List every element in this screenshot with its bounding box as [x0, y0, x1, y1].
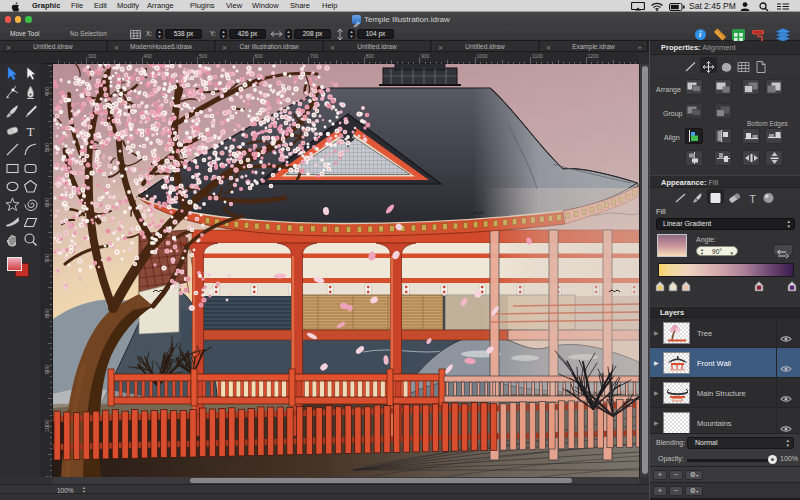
- svg-text:T: T: [749, 193, 756, 205]
- svg-text:T: T: [27, 124, 35, 139]
